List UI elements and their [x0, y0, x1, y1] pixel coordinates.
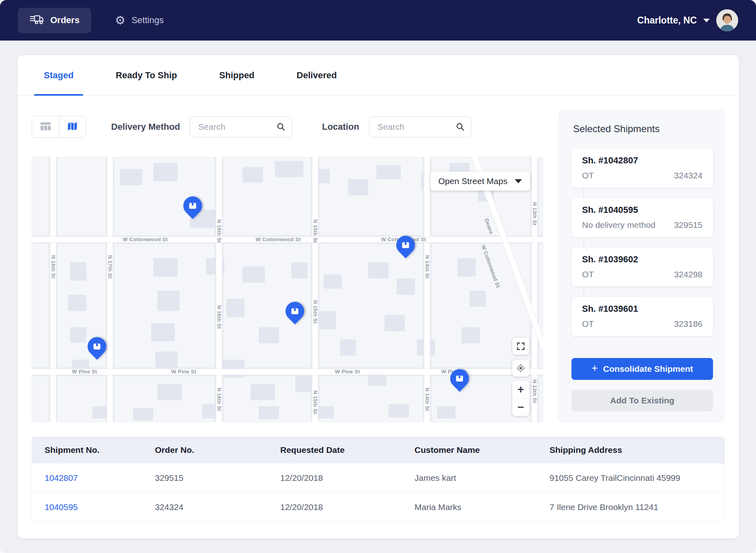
map-block [32, 376, 49, 422]
zoom-out-button[interactable]: − [512, 399, 529, 416]
map-building [157, 384, 182, 400]
shipment-order-no: 324324 [674, 171, 702, 180]
map-street [312, 157, 318, 422]
map-building [275, 161, 303, 177]
delivery-method-label: Delivery Method [111, 122, 180, 132]
consolidate-label: Consolidate Shipment [603, 364, 693, 374]
shipment-card[interactable]: Sh. #1039601OT323186 [571, 297, 713, 336]
map-building [389, 404, 409, 417]
table-row[interactable]: 104280732951512/20/2018James kart91055 C… [32, 463, 724, 492]
street-label: N 14th St [424, 255, 430, 279]
column-header: Order No. [155, 445, 280, 455]
map-block [319, 157, 423, 236]
fullscreen-button[interactable] [512, 338, 529, 355]
tab-staged[interactable]: Staged [34, 55, 83, 95]
shipment-no-link[interactable]: 1040595 [45, 502, 155, 512]
shipment-meta-row: OT323186 [582, 319, 702, 329]
table-row[interactable]: 104059532432412/20/2018Maria Marks7 Ilen… [32, 492, 724, 521]
locate-button[interactable] [512, 360, 529, 377]
card-connector-line [584, 237, 584, 247]
street-label: W Pine St [72, 369, 97, 375]
consolidate-shipment-button[interactable]: + Consolidate Shipment [571, 358, 713, 380]
map-view-icon [67, 121, 78, 133]
map-view-button[interactable] [59, 116, 86, 137]
customer-name-cell: James kart [415, 473, 550, 483]
street-label: N 16th St [216, 219, 222, 243]
map-building [316, 311, 336, 329]
shipment-id: Sh. #1042807 [582, 155, 702, 166]
location-search [369, 116, 471, 137]
app-window: Orders ⚙ Settings Charlotte, NC [0, 0, 756, 553]
card-connector-line [584, 188, 584, 198]
table-header-row: Shipment No.Order No.Requested DateCusto… [32, 437, 724, 463]
shipment-card[interactable]: Sh. #1039602OT324298 [571, 247, 713, 287]
shipment-id: Sh. #1039601 [582, 304, 702, 314]
plus-icon: + [591, 363, 598, 374]
map-building [462, 327, 480, 343]
map-building [259, 406, 279, 419]
map-building [324, 274, 342, 289]
locate-icon [516, 363, 526, 373]
shipment-order-no: 329515 [674, 220, 702, 230]
street-label: N 16th St [216, 388, 222, 411]
map-building [70, 262, 86, 281]
map-building [68, 295, 86, 311]
map-building [120, 169, 142, 185]
avatar[interactable] [716, 9, 738, 31]
shipping-address-cell: 7 Ilene Drive Brooklyn 11241 [550, 502, 724, 512]
map-provider-dropdown[interactable]: Open Street Maps [430, 171, 530, 191]
shipment-order-no: 324298 [674, 270, 702, 279]
nav-settings-button[interactable]: ⚙ Settings [115, 15, 164, 26]
tab-ready-to-ship[interactable]: Ready To Ship [106, 55, 187, 95]
shipment-id: Sh. #1039602 [582, 254, 702, 265]
street-label: N 15th St [312, 300, 318, 324]
map-building [340, 339, 356, 356]
map-building [295, 376, 314, 392]
card-connector-line [584, 287, 584, 297]
selected-shipments-panel: Selected Shipments Sh. #1042807OT324324S… [558, 110, 725, 422]
zoom-in-button[interactable]: + [512, 381, 529, 398]
street-label: N 18th St [50, 255, 56, 279]
location-label: Charlotte, NC [637, 15, 697, 26]
map[interactable]: Open Street Maps + − N 18th StN [32, 157, 543, 422]
add-to-existing-button[interactable]: Add To Existing [571, 390, 713, 412]
map-building [348, 179, 368, 195]
street-label: W Pine St [335, 369, 360, 375]
table-view-button[interactable] [32, 116, 59, 137]
map-block [32, 157, 49, 236]
map-building [155, 352, 178, 369]
shipping-address-cell: 91055 Carey TrailCincinnati 45999 [550, 473, 724, 483]
view-toggle [32, 116, 86, 138]
map-building [157, 291, 180, 311]
map-block [539, 376, 543, 422]
map-building [70, 327, 86, 343]
street-label: N 15th St [312, 219, 318, 243]
map-building [437, 406, 455, 418]
main-card: StagedReady To ShipShippedDelivered [17, 55, 739, 538]
tab-delivered[interactable]: Delivered [287, 55, 346, 95]
shipment-card[interactable]: Sh. #1042807OT324324 [571, 148, 713, 188]
tab-shipped[interactable]: Shipped [210, 55, 264, 95]
top-navbar: Orders ⚙ Settings Charlotte, NC [0, 0, 756, 41]
requested-date-cell: 12/20/2018 [280, 473, 415, 483]
map-block [32, 244, 49, 368]
map-building [153, 163, 178, 181]
shipment-list: Sh. #1042807OT324324Sh. #1040595No deliv… [571, 148, 713, 336]
map-building [243, 266, 265, 283]
shipment-card[interactable]: Sh. #1040595No delivery method329515 [571, 198, 713, 237]
status-tabs: StagedReady To ShipShippedDelivered [17, 55, 739, 96]
map-building [457, 258, 476, 276]
customer-name-cell: Maria Marks [415, 502, 550, 512]
shipment-meta-row: No delivery method329515 [582, 220, 702, 230]
shipment-method: No delivery method [582, 220, 655, 230]
order-no-cell: 324324 [155, 502, 280, 512]
location-dropdown[interactable]: Charlotte, NC [637, 15, 710, 26]
shipment-method: OT [582, 270, 594, 279]
nav-orders-button[interactable]: Orders [18, 8, 91, 33]
map-building [151, 323, 175, 341]
street-label: W Pine St [171, 369, 196, 375]
filter-row: Delivery Method Location [32, 116, 471, 138]
map-building [384, 315, 405, 331]
map-building [470, 291, 486, 307]
shipment-no-link[interactable]: 1042807 [45, 473, 155, 483]
